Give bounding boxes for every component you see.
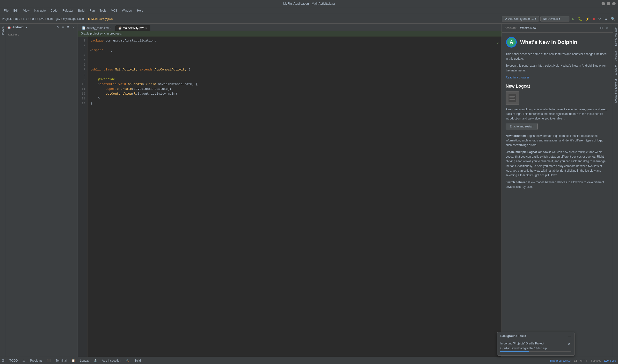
project-sync-icon[interactable]: ⟳ [56,25,60,30]
bg-task-download: Gradle: Download gradle-7.4-bin.zip... [500,347,571,352]
encoding-indicator[interactable]: UTF-8 [580,359,588,362]
breadcrumb: Projects › app › src › main › java › com… [2,17,113,21]
breadcrumb-com[interactable]: com [47,17,53,21]
maximize-button[interactable] [607,2,610,5]
bg-tasks-close-button[interactable]: — [567,334,571,338]
menu-vcs[interactable]: VCS [109,8,119,13]
bg-tasks-body: Importing 'Projects' Gradle Project ✕ Gr… [497,340,574,355]
menu-run[interactable]: Run [87,8,97,13]
open-panel-text: To open this panel again later, select H… [506,64,609,73]
svg-rect-6 [509,99,515,100]
bottom-tab-app-inspection[interactable]: App Inspection [100,358,123,363]
no-devices-dropdown-icon: ▾ [559,17,560,21]
svg-rect-5 [509,98,514,98]
android-icon: 🤖 [7,26,11,29]
menu-build[interactable]: Build [76,8,86,13]
window-controls[interactable] [602,2,616,5]
whats-new-header: A What's New in Dolphin [506,37,609,48]
right-edge: Device Manager Assistant Emulator Device… [613,24,618,364]
emulator-tab[interactable]: Emulator [613,63,618,77]
title-bar: MyFirstApplication - MainActivity.java [0,0,618,7]
breadcrumb-src[interactable]: src [23,17,27,21]
create-multiple-label: Create multiple Logcat windows: [506,150,551,154]
java-file-icon: ☕ [118,26,122,30]
run-button[interactable]: ▶ [571,16,576,22]
no-devices-button[interactable]: No Devices ▾ [540,16,569,22]
tab-bar: 📄 activity_main.xml ✕ ☕ MainActivity.jav… [78,24,502,31]
device-manager-tab[interactable]: Device Manager [613,25,618,48]
event-log-button[interactable]: Event Log [604,359,616,362]
bottom-tab-build[interactable]: Build [132,358,143,363]
menu-window[interactable]: Window [120,8,134,13]
breadcrumb-package[interactable]: myfirstapplication [63,17,85,21]
assistant-close-icon[interactable]: ✕ [605,25,610,31]
assistant-side-tab[interactable]: Assistant [613,48,618,63]
bottom-tab-problems[interactable]: Problems [28,358,44,363]
download-progress-fill [500,351,529,352]
hide-progress-link[interactable]: Hide progress (1) [550,359,571,362]
debug-button[interactable]: 🐛 [577,16,583,22]
profile-button[interactable]: ⚡ [584,16,591,22]
tab-java-close[interactable]: ✕ [145,27,147,29]
breadcrumb-java[interactable]: java [39,17,44,21]
device-file-explorer-tab[interactable]: Device File Explorer [613,77,618,104]
read-browser-link[interactable]: Read in a browser [506,76,529,79]
right-panel: Assistant: What's New ⚙ ✕ A What's New i… [502,24,613,364]
line-numbers: 1 2 3 4 5 6 7 8 9 10 11 12 13 14 [78,37,87,364]
spaces-indicator[interactable]: 4 spaces [591,359,601,362]
code-editor[interactable]: 1 2 3 4 5 6 7 8 9 10 11 12 13 14 package… [78,37,502,364]
tab-xml-close[interactable]: ✕ [110,27,111,29]
settings-button[interactable]: ⚙ [604,16,609,22]
menu-help[interactable]: Help [135,8,145,13]
whats-new-body: This panel describes some of the new fea… [506,52,609,80]
gradle-sync-bar: Gradle project sync in progress... [78,31,502,37]
logcat-icon: 📋 [71,359,75,362]
tab-more-button[interactable]: ⋮ [494,25,501,31]
breadcrumb-file[interactable]: ▶ MainActivity.java [88,17,113,21]
close-button[interactable] [612,2,616,5]
tab-activity-xml[interactable]: 📄 activity_main.xml ✕ [79,25,115,31]
menu-refactor[interactable]: Refactor [60,8,75,13]
assistant-controls: ⚙ ✕ [599,25,610,31]
create-multiple-text: You can now create multiple tabs within … [506,150,606,177]
project-tab[interactable]: Project [0,25,5,37]
project-collapse-icon[interactable]: ≡ [61,25,65,30]
project-loading: loading... [5,31,78,38]
project-panel-header: 🤖 Android ▾ ⟳ ≡ ⚙ ✕ [5,24,78,31]
menu-view[interactable]: View [21,8,31,13]
menu-navigate[interactable]: Navigate [32,8,48,13]
tab-mainactivity-java[interactable]: ☕ MainActivity.java ✕ [115,25,150,31]
breadcrumb-app[interactable]: app [15,17,20,21]
stop-button[interactable]: ■ [592,16,596,22]
search-button[interactable]: 🔍 [610,16,616,22]
download-progress-bar [500,351,571,352]
project-close-icon[interactable]: ✕ [71,25,76,30]
add-config-dropdown-icon: ▾ [535,17,536,21]
bg-task-gradle: Importing 'Projects' Gradle Project ✕ [500,342,571,345]
bottom-tab-terminal[interactable]: Terminal [54,358,69,363]
sync-button[interactable]: ↺ [597,16,602,22]
breadcrumb-main[interactable]: main [30,17,36,21]
bg-tasks-header: Background Tasks — [497,332,574,340]
menu-code[interactable]: Code [49,8,59,13]
enable-restart-button[interactable]: Enable and restart [506,123,537,130]
code-content[interactable]: package com.gxy.myfirstapplication; ⊟imp… [87,37,502,364]
breadcrumb-projects[interactable]: Projects [2,17,12,21]
add-configuration-button[interactable]: ⚙ Add Configuration... ▾ [502,16,539,22]
line-col-indicator: 1:1 [574,359,577,362]
project-dropdown-icon[interactable]: ▾ [26,26,27,29]
terminal-icon: ⬛ [47,359,51,362]
main-layout: Project 🤖 Android ▾ ⟳ ≡ ⚙ ✕ loading... 📄… [0,24,618,364]
breadcrumb-gxy[interactable]: gxy [55,17,60,21]
assistant-settings-icon[interactable]: ⚙ [599,25,604,31]
intro-text: This panel describes some of the new fea… [506,52,609,61]
minimize-button[interactable] [602,2,605,5]
bg-task-cancel-button[interactable]: ✕ [567,341,571,347]
project-settings-icon[interactable]: ⚙ [66,25,70,30]
menu-tools[interactable]: Tools [98,8,108,13]
menu-file[interactable]: File [2,8,10,13]
menu-edit[interactable]: Edit [11,8,20,13]
bottom-tab-todo[interactable]: TODO [8,358,20,363]
bottom-tab-logcat[interactable]: Logcat [78,358,91,363]
switch-between-label: Switch between v [506,181,530,184]
